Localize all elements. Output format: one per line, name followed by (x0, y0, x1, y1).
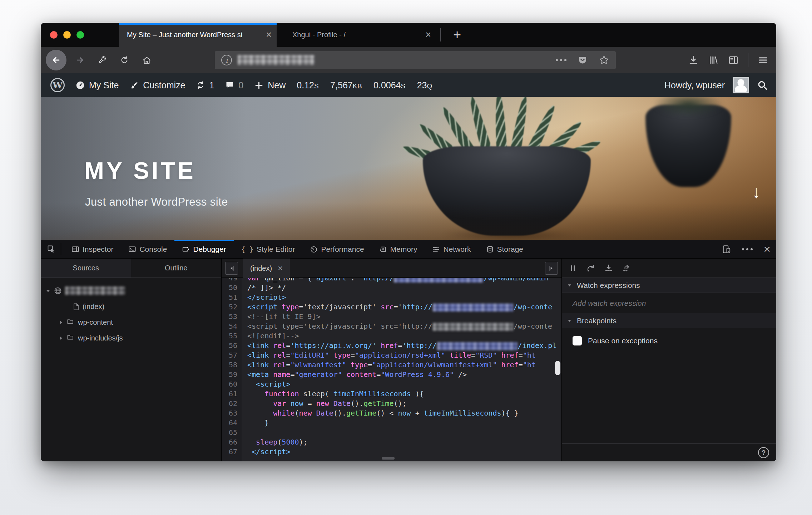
line-number[interactable]: 54 (222, 322, 237, 331)
chevron-right-icon[interactable] (58, 335, 64, 341)
site-info-icon[interactable]: i (221, 55, 232, 65)
breakpoints-header[interactable]: Breakpoints (562, 313, 776, 328)
code-line: while(new Date().getTime() < now + timeI… (247, 408, 561, 418)
step-over-icon[interactable] (583, 261, 598, 276)
devtools-tab-network[interactable]: Network (425, 240, 478, 259)
watch-expressions-header[interactable]: Watch expressions (562, 278, 776, 293)
wp-new-button[interactable]: New (249, 73, 291, 97)
line-number[interactable]: 59 (222, 370, 237, 379)
wp-comments-button[interactable]: 0 (219, 73, 249, 97)
line-number[interactable]: 62 (222, 399, 237, 408)
pick-element-icon[interactable] (47, 245, 56, 254)
step-in-icon[interactable] (601, 261, 616, 276)
line-number[interactable]: 51 (222, 293, 237, 302)
expand-panes-icon[interactable] (545, 262, 558, 275)
close-tab-icon[interactable]: × (425, 30, 431, 40)
collapse-sources-icon[interactable] (225, 262, 238, 275)
library-icon[interactable] (708, 55, 719, 65)
editor-horizontal-scrollbar[interactable] (382, 457, 395, 460)
back-button[interactable] (46, 50, 66, 70)
code-token: "wlwmanifest" (290, 360, 346, 369)
chevron-right-icon[interactable] (58, 320, 64, 325)
wrench-button[interactable] (94, 47, 111, 73)
page-actions-icon[interactable] (556, 59, 566, 61)
scroll-down-arrow[interactable]: ↓ (752, 182, 761, 202)
forward-button[interactable] (71, 47, 89, 73)
downloads-icon[interactable] (688, 55, 699, 65)
code-token: new (316, 399, 329, 408)
reload-button[interactable] (116, 47, 133, 73)
line-number[interactable]: 60 (222, 379, 237, 389)
line-number[interactable]: 64 (222, 418, 237, 428)
devtools-tab-debugger[interactable]: Debugger (174, 240, 233, 259)
line-number[interactable]: 65 (222, 428, 237, 437)
wrench-icon (98, 55, 107, 65)
tab-outline[interactable]: Outline (131, 259, 222, 278)
editor-tab-index[interactable]: (index) × (243, 259, 290, 278)
code-token (286, 399, 290, 408)
tab-sources[interactable]: Sources (41, 259, 131, 278)
tree-item-wp-includesjs[interactable]: wp-includes/js (41, 330, 221, 346)
new-tab-button[interactable]: + (446, 23, 468, 47)
wp-howdy-label[interactable]: Howdy, wpuser (664, 80, 725, 90)
line-number[interactable]: 55 (222, 331, 237, 341)
code-token: : (346, 278, 359, 282)
line-number[interactable]: 53 (222, 312, 237, 322)
devtools-tab-performance[interactable]: Performance (302, 240, 371, 259)
close-tab-icon[interactable]: × (266, 30, 272, 40)
url-bar[interactable]: i (215, 51, 616, 69)
step-out-icon[interactable] (619, 261, 634, 276)
tree-item-index[interactable]: (index) (41, 299, 221, 314)
line-number[interactable]: 52 (222, 302, 237, 312)
add-watch-expression-input[interactable]: Add watch expression (562, 293, 776, 313)
line-number[interactable]: 58 (222, 360, 237, 370)
line-number[interactable]: 67 (222, 447, 237, 457)
wp-customize-button[interactable]: Customize (124, 73, 190, 97)
tree-item-domain[interactable] (41, 283, 221, 299)
minimize-window-button[interactable] (63, 31, 71, 39)
tree-item-wp-content[interactable]: wp-content (41, 314, 221, 330)
devtools-tab-style-editor[interactable]: { }Style Editor (234, 240, 303, 259)
code-viewer[interactable]: 49505152535455565758596061626364656667 v… (222, 278, 561, 461)
line-number[interactable]: 50 (222, 283, 237, 293)
line-number[interactable]: 56 (222, 341, 237, 350)
help-icon[interactable]: ? (758, 447, 769, 458)
line-number[interactable]: 66 (222, 437, 237, 447)
browser-tab[interactable]: My Site – Just another WordPress si× (119, 23, 277, 47)
devtools-tab-storage[interactable]: Storage (479, 240, 531, 259)
browser-tab[interactable]: Xhgui - Profile - /× (284, 23, 436, 47)
pause-on-exceptions-checkbox[interactable] (573, 336, 582, 345)
pocket-icon[interactable] (577, 55, 588, 65)
line-number[interactable]: 57 (222, 350, 237, 360)
editor-vertical-scrollbar[interactable] (555, 361, 560, 375)
close-source-tab-icon[interactable]: × (278, 264, 283, 273)
line-number[interactable]: 61 (222, 389, 237, 399)
wp-updates-button[interactable]: 1 (190, 73, 219, 97)
code-token: qm_l10n = { (260, 278, 316, 282)
avatar[interactable] (733, 77, 749, 93)
pause-on-exceptions-row: Pause on exceptions (562, 328, 776, 345)
chevron-down-icon[interactable] (45, 288, 51, 294)
wp-my-site-menu[interactable]: My Site (70, 73, 124, 97)
line-number[interactable]: 49 (222, 278, 237, 283)
line-number[interactable]: 63 (222, 408, 237, 418)
code-token: 'http:// (359, 278, 393, 282)
zoom-window-button[interactable] (76, 31, 84, 39)
pause-icon[interactable] (565, 261, 580, 276)
home-button[interactable] (138, 47, 155, 73)
devtools-meatball-menu-icon[interactable] (742, 248, 753, 250)
wp-logo-menu[interactable]: W (45, 73, 70, 97)
responsive-design-icon[interactable] (722, 245, 731, 254)
code-token (247, 380, 256, 388)
hamburger-menu-icon[interactable] (758, 55, 768, 65)
devtools-tab-inspector[interactable]: Inspector (64, 240, 121, 259)
search-icon[interactable] (757, 80, 768, 90)
close-window-button[interactable] (50, 31, 58, 39)
sidebar-toggle-icon[interactable] (728, 55, 739, 65)
devtools-tab-console[interactable]: Console (121, 240, 174, 259)
bookmark-star-icon[interactable] (599, 55, 609, 65)
sources-panel: Sources Outline (index)wp-contentwp-incl… (41, 259, 222, 461)
code-token: rel (273, 360, 286, 369)
devtools-close-icon[interactable]: × (763, 244, 771, 254)
devtools-tab-memory[interactable]: Memory (372, 240, 425, 259)
